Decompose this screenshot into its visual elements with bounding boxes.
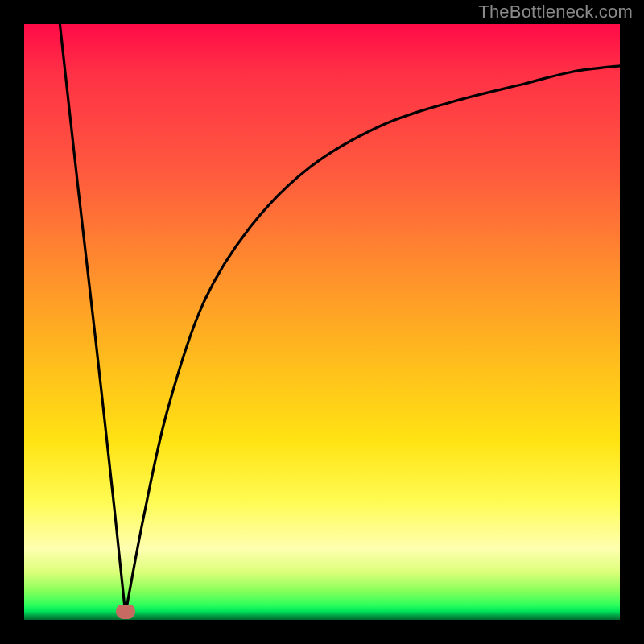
optimal-point-marker [116,605,135,619]
plot-area [24,24,620,620]
bottleneck-curve [24,24,620,620]
watermark-text: TheBottleneck.com [478,2,633,23]
curve-path [60,24,620,614]
chart-frame: TheBottleneck.com [0,0,644,644]
